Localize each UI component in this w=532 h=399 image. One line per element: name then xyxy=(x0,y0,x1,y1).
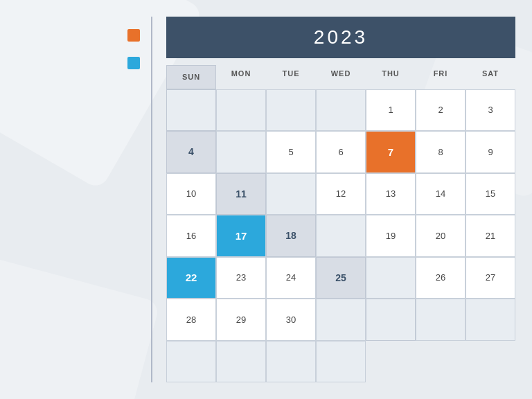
meetings-color-dot xyxy=(127,57,140,69)
day-cell-22-highlight: 22 xyxy=(166,257,216,299)
day-cell-28: 28 xyxy=(166,299,216,341)
extra-cell xyxy=(216,341,266,383)
day-cell-21: 21 xyxy=(466,215,515,257)
calendar-header: 2023 xyxy=(166,17,515,58)
priorities-section xyxy=(14,29,140,46)
day-cell-8: 8 xyxy=(416,131,466,173)
day-cell-27: 27 xyxy=(466,257,515,299)
day-cell-17-highlight: 17 xyxy=(216,215,266,257)
day-cell-fri2: 2 xyxy=(416,89,466,132)
day-cell-20: 20 xyxy=(416,215,466,257)
day-cell-26: 26 xyxy=(416,257,466,299)
day-cell-empty-end xyxy=(316,299,366,341)
extra-cell xyxy=(166,341,216,383)
day-cell-14: 14 xyxy=(416,173,466,215)
day-cell-12: 12 xyxy=(316,173,366,215)
day-cell xyxy=(316,215,366,257)
day-cell-6: 6 xyxy=(316,131,366,173)
day-cell-sat3: 3 xyxy=(466,89,515,132)
day-cell-24: 24 xyxy=(266,257,316,299)
day-cell xyxy=(316,89,366,132)
calendar-year: 2023 xyxy=(314,26,368,48)
day-cell-19: 19 xyxy=(366,215,416,257)
sidebar xyxy=(14,17,152,382)
day-cell xyxy=(266,89,316,132)
col-header-tue: TUE xyxy=(266,65,316,89)
day-cell xyxy=(216,89,266,132)
week-num-11: 11 xyxy=(216,173,266,215)
col-header-sun: SUN xyxy=(166,65,216,89)
week-num-4: 4 xyxy=(166,131,216,173)
updates-section xyxy=(14,98,140,104)
day-cell-23: 23 xyxy=(216,257,266,299)
week-num-1 xyxy=(166,89,216,132)
extra-cell xyxy=(416,299,466,341)
day-cell-10: 10 xyxy=(166,173,216,215)
week-num-25: 25 xyxy=(316,257,366,299)
day-cell-30: 30 xyxy=(266,299,316,341)
col-header-thu: THU xyxy=(366,65,416,89)
day-cell xyxy=(266,173,316,215)
day-cell-9: 9 xyxy=(466,131,515,173)
week-num-18: 18 xyxy=(266,215,316,257)
col-header-wed: WED xyxy=(316,65,366,89)
day-cell-7-highlight: 7 xyxy=(366,131,416,173)
extra-cell xyxy=(466,299,515,341)
col-header-sat: SAT xyxy=(466,65,515,89)
priorities-color-dot xyxy=(127,29,140,42)
day-cell-16: 16 xyxy=(166,215,216,257)
col-header-fri: FRI xyxy=(416,65,466,89)
meetings-section xyxy=(14,57,140,73)
calendar-area: 2023 SUN MON TUE WED THU FRI SAT 1 2 3 4… xyxy=(152,17,515,382)
col-header-mon: MON xyxy=(216,65,266,89)
day-cell-13: 13 xyxy=(366,173,416,215)
extra-cell xyxy=(316,341,366,383)
calendar-grid: SUN MON TUE WED THU FRI SAT 1 2 3 4 5 6 … xyxy=(166,65,515,382)
day-cell xyxy=(216,131,266,173)
day-cell xyxy=(366,257,416,299)
week-num-extra xyxy=(366,299,416,341)
extra-cell xyxy=(266,341,316,383)
day-cell-5: 5 xyxy=(266,131,316,173)
day-cell-15: 15 xyxy=(466,173,515,215)
day-cell-thu1: 1 xyxy=(366,89,416,132)
day-cell-29: 29 xyxy=(216,299,266,341)
